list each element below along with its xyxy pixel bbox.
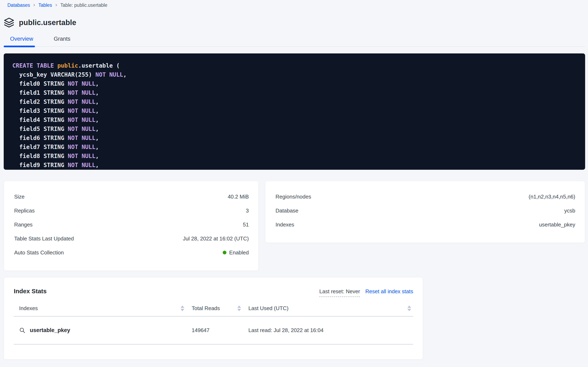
index-table-row: usertable_pkey 149647 Last read: Jul 28,… bbox=[14, 317, 413, 345]
sql-comma: , bbox=[96, 153, 99, 159]
magnifier-icon bbox=[19, 327, 25, 334]
page-title: public.usertable bbox=[19, 18, 76, 27]
sql-keyword: NOT NULL bbox=[68, 117, 96, 123]
sql-line: field3 STRING NOT NULL, bbox=[12, 107, 579, 116]
chevron-right-icon: › bbox=[55, 2, 57, 7]
sql-keyword: NOT NULL bbox=[68, 162, 96, 168]
stat-label: Database bbox=[275, 208, 298, 214]
sql-keyword: NOT NULL bbox=[68, 144, 96, 150]
active-tab-indicator bbox=[4, 46, 35, 47]
table-details-page: Databases › Tables › Table: public.usert… bbox=[0, 0, 588, 367]
sort-icon[interactable] bbox=[181, 306, 184, 311]
column-header-label: Last Used (UTC) bbox=[248, 305, 289, 311]
sql-line: field9 STRING NOT NULL, bbox=[12, 161, 579, 170]
stat-value-text: 51 bbox=[243, 222, 249, 228]
sql-column-def: field3 STRING bbox=[12, 108, 68, 114]
sql-keyword: NOT NULL bbox=[68, 125, 96, 132]
sql-table-name: .usertable ( bbox=[78, 62, 120, 69]
stat-label: Table Stats Last Updated bbox=[14, 235, 74, 242]
sql-comma: , bbox=[96, 117, 99, 123]
column-header-indexes[interactable]: Indexes bbox=[14, 305, 186, 311]
sql-comma: , bbox=[96, 108, 99, 114]
chevron-right-icon: › bbox=[33, 2, 35, 7]
breadcrumb: Databases › Tables › Table: public.usert… bbox=[0, 0, 588, 8]
stat-label: Ranges bbox=[14, 222, 33, 228]
sql-keyword: NOT NULL bbox=[68, 108, 96, 114]
stat-label: Regions/nodes bbox=[275, 193, 311, 200]
stat-row: Replicas 3 bbox=[14, 204, 249, 218]
sql-keyword: NOT NULL bbox=[68, 135, 96, 141]
sql-column-def: field7 STRING bbox=[12, 144, 68, 150]
column-header-label: Indexes bbox=[19, 305, 38, 311]
index-table-header: Indexes Total Reads Last Used (UTC) bbox=[14, 305, 413, 317]
last-reset-label: Last reset: Never bbox=[319, 288, 360, 297]
stat-row: Size 40.2 MiB bbox=[14, 190, 249, 204]
sql-column-def: field8 STRING bbox=[12, 153, 68, 159]
sql-keyword: CREATE TABLE bbox=[12, 62, 57, 69]
stat-row: Table Stats Last Updated Jul 28, 2022 at… bbox=[14, 232, 249, 246]
stat-value-text: Enabled bbox=[229, 250, 249, 256]
sort-icon[interactable] bbox=[407, 306, 411, 311]
tab-overview[interactable]: Overview bbox=[4, 35, 35, 46]
stat-label: Auto Stats Collection bbox=[14, 250, 64, 256]
sql-column-def: field2 STRING bbox=[12, 99, 68, 105]
sql-keyword: NOT NULL bbox=[68, 153, 96, 159]
stat-value: ycsb bbox=[564, 208, 575, 214]
stat-row: Indexes usertable_pkey bbox=[275, 218, 575, 232]
stat-row: Ranges 51 bbox=[14, 218, 249, 232]
sql-line: field1 STRING NOT NULL, bbox=[12, 88, 579, 97]
index-stats-card: Index Stats Last reset: Never Reset all … bbox=[4, 277, 423, 360]
index-name-cell: usertable_pkey bbox=[14, 327, 186, 334]
sql-line: field6 STRING NOT NULL, bbox=[12, 133, 579, 143]
sql-line: field2 STRING NOT NULL, bbox=[12, 97, 579, 107]
breadcrumb-link-databases[interactable]: Databases bbox=[7, 2, 30, 8]
sql-column-def: field0 STRING bbox=[12, 80, 68, 87]
sql-column-def: field1 STRING bbox=[12, 89, 68, 96]
index-stats-title: Index Stats bbox=[14, 288, 47, 295]
sql-keyword: NOT NULL bbox=[68, 80, 96, 87]
tab-grants[interactable]: Grants bbox=[54, 35, 72, 46]
layers-stack-icon bbox=[4, 17, 14, 28]
column-header-total-reads[interactable]: Total Reads bbox=[186, 305, 243, 311]
stat-label: Indexes bbox=[275, 222, 294, 228]
index-table-body: usertable_pkey 149647 Last read: Jul 28,… bbox=[14, 317, 413, 345]
sql-line: field4 STRING NOT NULL, bbox=[12, 116, 579, 125]
sql-line: CREATE TABLE public.usertable ( bbox=[12, 61, 579, 70]
last-used-cell: Last read: Jul 28, 2022 at 16:04 bbox=[243, 327, 413, 334]
sql-column-def: field9 STRING bbox=[12, 162, 68, 168]
sql-column-lines: ycsb_key VARCHAR(255) NOT NULL, field0 S… bbox=[12, 70, 579, 170]
sql-comma: , bbox=[96, 89, 99, 96]
stat-value: Enabled bbox=[223, 250, 249, 256]
stat-value-text: usertable_pkey bbox=[539, 222, 575, 228]
stat-value: 51 bbox=[243, 222, 249, 228]
sql-line: field0 STRING NOT NULL, bbox=[12, 79, 579, 88]
stat-value: 3 bbox=[246, 208, 249, 214]
table-details-card: Size 40.2 MiB Replicas 3 Ranges 51 Table… bbox=[4, 181, 259, 271]
index-name-link[interactable]: usertable_pkey bbox=[30, 327, 70, 334]
sql-comma: , bbox=[96, 135, 99, 141]
index-stats-header: Index Stats Last reset: Never Reset all … bbox=[14, 277, 413, 297]
stat-value: usertable_pkey bbox=[539, 222, 575, 228]
sql-keyword: NOT NULL bbox=[68, 89, 96, 96]
column-header-last-used[interactable]: Last Used (UTC) bbox=[243, 305, 413, 311]
sql-comma: , bbox=[123, 71, 127, 78]
stat-value-text: (n1,n2,n3,n4,n5,n6) bbox=[529, 193, 575, 200]
breadcrumb-current: Table: public.usertable bbox=[60, 2, 108, 8]
stat-label: Size bbox=[14, 193, 25, 200]
stat-value: (n1,n2,n3,n4,n5,n6) bbox=[529, 193, 575, 200]
sql-keyword: NOT NULL bbox=[68, 99, 96, 105]
breadcrumb-link-tables[interactable]: Tables bbox=[38, 2, 52, 8]
sql-comma: , bbox=[96, 125, 99, 132]
reset-all-index-stats-link[interactable]: Reset all index stats bbox=[365, 288, 413, 295]
sort-icon[interactable] bbox=[237, 306, 241, 311]
stat-value: Jul 28, 2022 at 16:02 (UTC) bbox=[183, 235, 249, 242]
sql-column-def: field4 STRING bbox=[12, 117, 68, 123]
sql-comma: , bbox=[96, 99, 99, 105]
stat-value-text: ycsb bbox=[564, 208, 575, 214]
status-enabled-dot-icon bbox=[223, 251, 226, 254]
sql-column-def: field6 STRING bbox=[12, 135, 68, 141]
page-header: public.usertable bbox=[4, 17, 588, 28]
sql-line: ycsb_key VARCHAR(255) NOT NULL, bbox=[12, 70, 579, 79]
stat-value: 40.2 MiB bbox=[228, 193, 249, 200]
stat-row: Database ycsb bbox=[275, 204, 575, 218]
